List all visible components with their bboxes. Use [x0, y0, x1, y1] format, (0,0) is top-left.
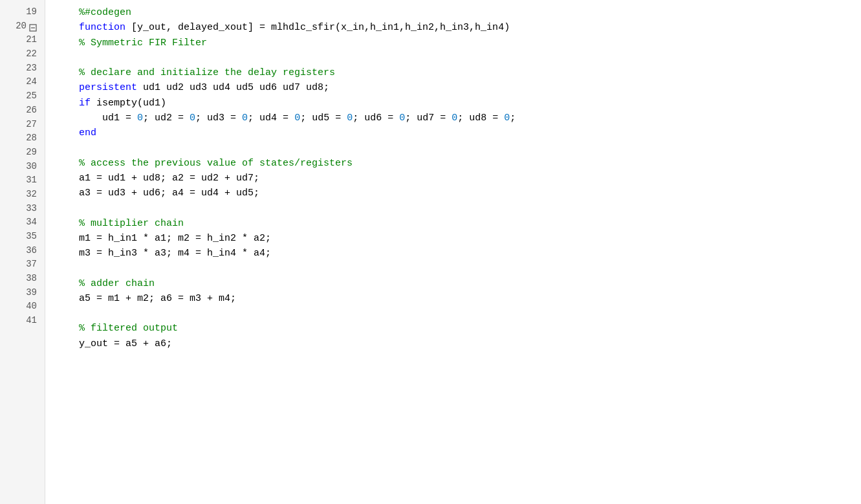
line-number: 33	[0, 202, 45, 216]
code-token: 0	[399, 113, 405, 124]
line-number: 41	[0, 314, 45, 328]
code-token: end	[79, 127, 96, 138]
code-content[interactable]: %#codegen function [y_out, delayed_xout]…	[45, 0, 861, 504]
code-line: persistent ud1 ud2 ud3 ud4 ud5 ud6 ud7 u…	[56, 80, 861, 95]
line-number: 40	[0, 300, 45, 314]
code-line	[56, 261, 861, 276]
code-line: % Symmetric FIR Filter	[56, 36, 861, 50]
code-token: 0	[242, 113, 248, 124]
code-token	[56, 218, 79, 229]
code-token	[56, 323, 79, 334]
line-number: 38	[0, 272, 45, 286]
line-number: 22	[0, 47, 45, 61]
code-line: a5 = m1 + m2; a6 = m3 + m4;	[56, 291, 861, 306]
code-token: 0	[190, 113, 195, 124]
line-number: 37	[0, 257, 45, 272]
code-token: 0	[504, 113, 510, 124]
code-token: % adder chain	[79, 278, 155, 289]
code-token: 0	[452, 113, 457, 124]
code-token	[56, 278, 79, 289]
line-number: 24	[0, 75, 45, 89]
code-line: function [y_out, delayed_xout] = mlhdlc_…	[56, 20, 861, 35]
code-token: % multiplier chain	[79, 218, 184, 229]
line-number: 34	[0, 215, 45, 230]
code-editor: 1920212223242526272829303132333435363738…	[0, 0, 861, 504]
line-number: 36	[0, 244, 45, 258]
code-line: % adder chain	[56, 276, 861, 291]
code-token: ud1 ud2 ud3 ud4 ud5 ud6 ud7 ud8;	[137, 82, 329, 93]
line-number: 25	[0, 89, 45, 104]
code-token: a5 = m1 + m2; a6 = m3 + m4;	[56, 293, 236, 304]
line-number: 21	[0, 33, 45, 47]
code-line	[56, 201, 861, 215]
line-number: 26	[0, 104, 45, 118]
code-token	[56, 22, 79, 33]
line-number: 39	[0, 286, 45, 300]
code-token: ; ud8 =	[457, 113, 504, 124]
code-token: ; ud3 =	[195, 113, 242, 124]
code-token: y_out = a5 + a6;	[56, 338, 172, 349]
line-number: 35	[0, 230, 45, 244]
code-token	[56, 82, 79, 93]
fold-icon[interactable]	[29, 23, 37, 30]
code-line: a3 = ud3 + ud6; a4 = ud4 + ud5;	[56, 186, 861, 201]
code-line: m3 = h_in3 * a3; m4 = h_in4 * a4;	[56, 246, 861, 261]
line-number: 31	[0, 173, 45, 188]
code-token: % filtered output	[79, 323, 178, 334]
line-number: 30	[0, 160, 45, 174]
code-line: % access the previous value of states/re…	[56, 156, 861, 171]
code-token: %#codegen	[56, 7, 131, 18]
code-line: end	[56, 126, 861, 140]
code-line: ud1 = 0; ud2 = 0; ud3 = 0; ud4 = 0; ud5 …	[56, 111, 861, 126]
line-number: 23	[0, 61, 45, 76]
code-token: 0	[137, 113, 143, 124]
code-token: 0	[347, 113, 353, 124]
code-line: a1 = ud1 + ud8; a2 = ud2 + ud7;	[56, 171, 861, 186]
code-token: % declare and initialize the delay regis…	[79, 67, 335, 78]
code-token: ;	[510, 113, 516, 124]
line-number: 28	[0, 131, 45, 146]
code-line: m1 = h_in1 * a1; m2 = h_in2 * a2;	[56, 231, 861, 246]
code-line: %#codegen	[56, 5, 861, 20]
code-token: ; ud4 =	[248, 113, 294, 124]
code-token	[56, 127, 79, 138]
code-token: ; ud6 =	[353, 113, 399, 124]
code-token: ; ud2 =	[143, 113, 190, 124]
code-line: if isempty(ud1)	[56, 96, 861, 111]
code-token	[56, 98, 79, 109]
line-number: 19	[0, 5, 45, 19]
code-token	[56, 158, 79, 169]
code-line: y_out = a5 + a6;	[56, 336, 861, 351]
code-token	[56, 67, 79, 78]
code-token: % Symmetric FIR Filter	[79, 38, 207, 49]
code-line: % declare and initialize the delay regis…	[56, 65, 861, 80]
code-token: ; ud7 =	[405, 113, 452, 124]
code-line: % multiplier chain	[56, 216, 861, 231]
line-number: 32	[0, 188, 45, 202]
code-token	[56, 38, 79, 49]
line-number-gutter: 1920212223242526272829303132333435363738…	[0, 0, 45, 504]
code-token: a3 = ud3 + ud6; a4 = ud4 + ud5;	[56, 188, 259, 199]
code-token: a1 = ud1 + ud8; a2 = ud2 + ud7;	[56, 173, 259, 184]
line-number: 29	[0, 146, 45, 160]
code-token: 0	[294, 113, 300, 124]
line-number: 20	[0, 19, 45, 34]
code-line	[56, 306, 861, 321]
code-token: isempty(ud1)	[91, 98, 166, 109]
line-number: 27	[0, 118, 45, 132]
code-token: ; ud5 =	[300, 113, 347, 124]
code-token: persistent	[79, 82, 137, 93]
code-token: function	[79, 22, 125, 33]
code-token: if	[79, 98, 91, 109]
code-token: m1 = h_in1 * a1; m2 = h_in2 * a2;	[56, 233, 271, 244]
code-line	[56, 50, 861, 65]
code-token: % access the previous value of states/re…	[79, 158, 353, 169]
code-token: [y_out, delayed_xout] = mlhdlc_sfir(x_in…	[125, 22, 510, 33]
code-line	[56, 140, 861, 155]
code-token: ud1 =	[56, 113, 137, 124]
code-line: % filtered output	[56, 321, 861, 336]
code-token: m3 = h_in3 * a3; m4 = h_in4 * a4;	[56, 248, 271, 259]
